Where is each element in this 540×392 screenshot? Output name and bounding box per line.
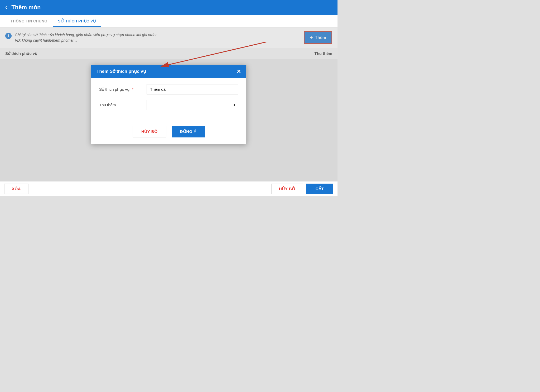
header: ‹ Thêm món — [0, 0, 338, 15]
tabs-bar: THÔNG TIN CHUNG SỞ THÍCH PHỤC VỤ — [0, 15, 338, 27]
bottom-right-actions: HỦY BỎ CẤT — [271, 184, 333, 194]
save-button[interactable]: CẤT — [306, 184, 334, 194]
dialog-close-button[interactable]: ✕ — [237, 69, 241, 74]
dialog-title: Thêm Sở thích phục vụ — [97, 69, 146, 74]
dialog-body: Sở thích phục vụ * Thu thêm — [91, 78, 246, 122]
dialog-header: Thêm Sở thích phục vụ ✕ — [91, 65, 246, 78]
dialog-footer: HỦY BỎ ĐỒNG Ý — [91, 122, 246, 144]
cancel-button[interactable]: HỦY BỎ — [271, 184, 303, 194]
preference-input[interactable] — [147, 84, 238, 94]
extra-field-row: Thu thêm — [99, 100, 238, 110]
tab-preferences[interactable]: SỞ THÍCH PHỤC VỤ — [53, 16, 101, 27]
dialog-overlay: Thêm Sở thích phục vụ ✕ Sở thích phục vụ… — [0, 27, 338, 181]
add-preference-dialog: Thêm Sở thích phục vụ ✕ Sở thích phục vụ… — [91, 65, 247, 144]
back-button[interactable]: ‹ — [5, 4, 7, 11]
bottom-toolbar: XÓA HỦY BỎ CẤT — [0, 181, 338, 196]
svg-line-1 — [161, 42, 266, 66]
extra-input[interactable] — [147, 100, 238, 110]
dialog-confirm-button[interactable]: ĐỒNG Ý — [172, 126, 205, 137]
extra-label: Thu thêm — [99, 103, 147, 107]
delete-button[interactable]: XÓA — [4, 184, 28, 194]
dialog-cancel-button[interactable]: HỦY BỎ — [133, 126, 166, 137]
required-star: * — [132, 87, 133, 92]
tab-general[interactable]: THÔNG TIN CHUNG — [5, 16, 53, 27]
preference-label: Sở thích phục vụ * — [99, 87, 147, 92]
preference-field-row: Sở thích phục vụ * — [99, 84, 238, 94]
main-content: i Ghi lại các sở thích của khách hàng, g… — [0, 27, 338, 181]
page-title: Thêm món — [11, 4, 41, 11]
